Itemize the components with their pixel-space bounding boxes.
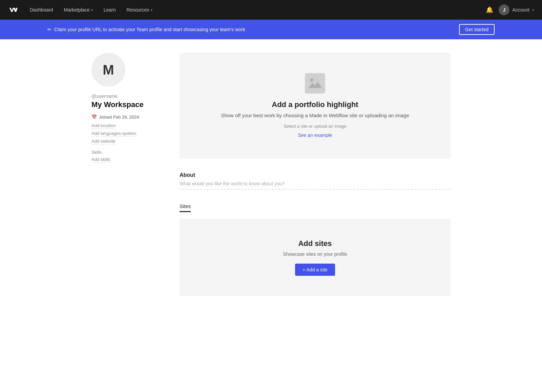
sites-tab[interactable]: Sites bbox=[180, 203, 191, 212]
page-content: M @username My Workspace 📅 Joined Feb 28… bbox=[85, 39, 457, 310]
banner-message: ✏ Claim your profile URL to activate you… bbox=[47, 27, 245, 32]
portfolio-example-link[interactable]: See an example bbox=[298, 132, 332, 138]
portfolio-highlight-section: Add a portfolio highlight Show off your … bbox=[180, 53, 451, 159]
about-title: About bbox=[180, 172, 451, 178]
portfolio-title: Add a portfolio highlight bbox=[193, 100, 437, 109]
sites-empty-subtitle: Showcase sites on your profile bbox=[193, 251, 437, 257]
svg-rect-0 bbox=[305, 73, 325, 94]
calendar-icon: 📅 bbox=[91, 115, 97, 120]
notification-bell-icon[interactable]: 🔔 bbox=[486, 6, 493, 14]
nav-marketplace[interactable]: Marketplace ▾ bbox=[60, 4, 97, 15]
avatar: J bbox=[499, 4, 509, 15]
nav-learn[interactable]: Learn bbox=[100, 4, 120, 15]
profile-avatar: M bbox=[91, 53, 125, 87]
navbar-right: 🔔 J Account ▾ bbox=[486, 4, 534, 15]
add-languages-link[interactable]: Add languages spoken bbox=[91, 131, 136, 137]
nav-dashboard[interactable]: Dashboard bbox=[26, 4, 57, 15]
account-chevron-icon: ▾ bbox=[532, 8, 534, 12]
profile-sidebar: M @username My Workspace 📅 Joined Feb 28… bbox=[91, 53, 166, 296]
pencil-icon: ✏ bbox=[47, 27, 51, 32]
nav-resources[interactable]: Resources ▾ bbox=[123, 4, 157, 15]
add-website-link[interactable]: Add website bbox=[91, 139, 116, 144]
portfolio-subtitle: Show off your best work by choosing a Ma… bbox=[193, 112, 437, 118]
skills-section: Skills Add skills bbox=[91, 150, 166, 163]
marketplace-chevron-icon: ▾ bbox=[91, 8, 93, 12]
profile-main: Add a portfolio highlight Show off your … bbox=[180, 53, 451, 296]
resources-chevron-icon: ▾ bbox=[151, 8, 152, 12]
skills-label: Skills bbox=[91, 150, 166, 155]
sites-empty-state: Add sites Showcase sites on your profile… bbox=[180, 219, 451, 296]
svg-point-1 bbox=[310, 78, 313, 82]
sites-empty-title: Add sites bbox=[193, 239, 437, 248]
add-site-button[interactable]: + Add a site bbox=[295, 264, 335, 276]
about-section: About What would you like the world to k… bbox=[180, 172, 451, 190]
about-placeholder[interactable]: What would you like the world to know ab… bbox=[180, 181, 451, 190]
add-skills-link[interactable]: Add skills bbox=[91, 157, 110, 163]
portfolio-hint: Select a site or upload an image bbox=[193, 124, 437, 129]
account-button[interactable]: J Account ▾ bbox=[499, 4, 534, 15]
promo-banner: ✏ Claim your profile URL to activate you… bbox=[0, 20, 542, 39]
add-location-link[interactable]: Add location bbox=[91, 123, 116, 129]
account-label: Account bbox=[512, 7, 529, 13]
sites-section: Sites Add sites Showcase sites on your p… bbox=[180, 203, 451, 296]
logo[interactable] bbox=[8, 5, 18, 15]
profile-workspace-name: My Workspace bbox=[91, 100, 166, 109]
profile-joined-date: 📅 Joined Feb 28, 2024 bbox=[91, 115, 166, 120]
profile-username: @username bbox=[91, 94, 166, 99]
navbar: Dashboard Marketplace ▾ Learn Resources … bbox=[0, 0, 542, 20]
portfolio-image-icon bbox=[193, 73, 437, 94]
get-started-button[interactable]: Get started bbox=[459, 24, 495, 35]
